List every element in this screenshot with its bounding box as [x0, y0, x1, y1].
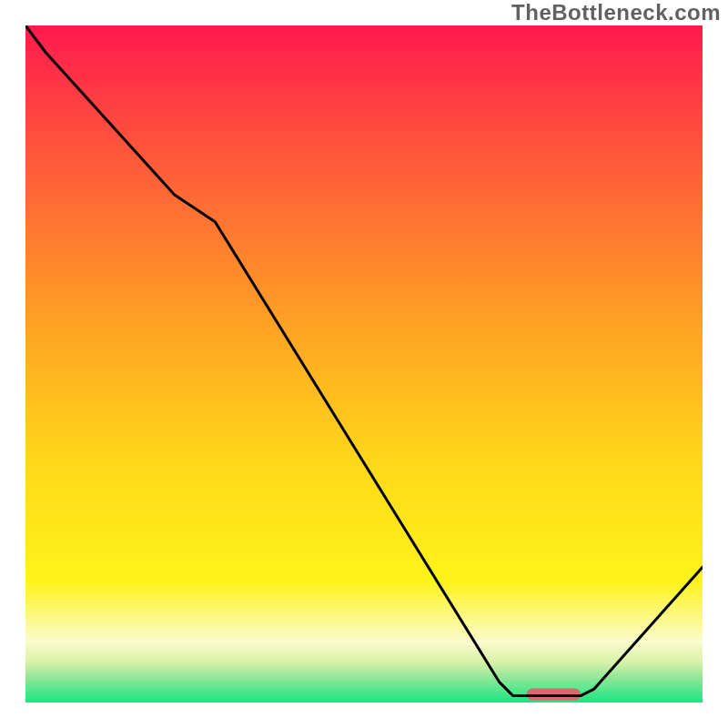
- chart-svg: [25, 25, 703, 703]
- watermark-text: TheBottleneck.com: [511, 0, 721, 25]
- gradient-background: [25, 25, 703, 703]
- chart-container: TheBottleneck.com: [0, 0, 728, 728]
- plot-area: [25, 25, 703, 703]
